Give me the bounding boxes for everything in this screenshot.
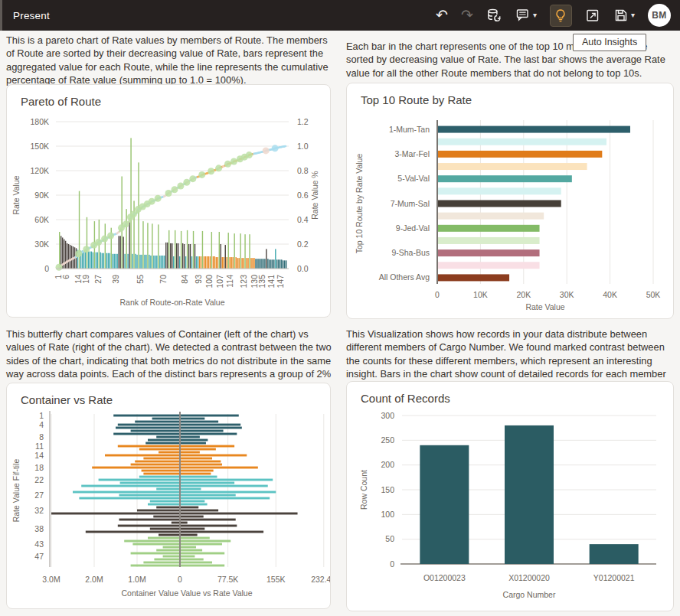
svg-text:114: 114 <box>225 275 234 288</box>
save-button[interactable]: ▾ <box>613 8 635 23</box>
undo-icon[interactable]: ↶ <box>436 8 448 22</box>
svg-text:150K: 150K <box>30 142 49 151</box>
svg-text:8: 8 <box>39 432 44 442</box>
svg-text:27: 27 <box>93 275 103 284</box>
svg-text:Rate Value %: Rate Value % <box>310 171 319 219</box>
svg-text:50: 50 <box>385 534 394 543</box>
svg-text:3.0M: 3.0M <box>42 575 60 584</box>
auto-insights-button[interactable] <box>550 5 572 27</box>
svg-text:X01200020: X01200020 <box>508 573 550 582</box>
page-title: Present <box>13 10 50 21</box>
svg-text:40K: 40K <box>603 290 617 299</box>
annotate-icon <box>515 8 531 23</box>
svg-text:0.0: 0.0 <box>297 264 309 273</box>
svg-text:39: 39 <box>111 275 120 284</box>
svg-text:180K: 180K <box>30 117 49 126</box>
svg-text:200: 200 <box>381 460 394 469</box>
svg-text:0: 0 <box>44 264 49 273</box>
svg-text:0.4: 0.4 <box>297 215 309 224</box>
svg-text:7-Mum-Sal: 7-Mum-Sal <box>391 199 430 208</box>
svg-text:14: 14 <box>34 451 44 460</box>
svg-text:47: 47 <box>34 552 44 561</box>
pareto-card: Pareto of Route 00.030K0.260K0.490K0.612… <box>6 84 331 318</box>
svg-text:0: 0 <box>435 290 440 299</box>
svg-text:0.8: 0.8 <box>297 166 309 175</box>
svg-text:150: 150 <box>381 485 394 494</box>
svg-text:107: 107 <box>215 275 224 288</box>
svg-text:120K: 120K <box>30 166 49 175</box>
svg-text:147: 147 <box>276 275 285 288</box>
svg-text:Rate Value: Rate Value <box>525 302 564 311</box>
top10-route-chart[interactable]: 010K20K30K40K50K1-Mum-Tan3-Mar-Fel5-Val-… <box>347 106 673 319</box>
svg-text:1-Mum-Tan: 1-Mum-Tan <box>389 125 430 134</box>
svg-text:19: 19 <box>81 275 90 284</box>
svg-text:100: 100 <box>204 275 214 288</box>
top10-card-title: Top 10 Route by Rate <box>347 83 673 106</box>
svg-text:1.0M: 1.0M <box>128 575 145 584</box>
svg-text:60K: 60K <box>34 215 49 224</box>
svg-text:43: 43 <box>34 539 44 549</box>
auto-insights-bulb-icon <box>554 8 567 23</box>
svg-text:30K: 30K <box>34 240 49 249</box>
svg-text:Container Value Value vs Rate: Container Value Value vs Rate Value <box>121 588 252 598</box>
svg-text:9-Sha-Bus: 9-Sha-Bus <box>391 248 430 257</box>
svg-text:20K: 20K <box>516 290 531 299</box>
svg-text:1.0: 1.0 <box>297 142 309 151</box>
svg-text:155K: 155K <box>266 575 286 584</box>
svg-text:18: 18 <box>34 463 44 472</box>
svg-text:10K: 10K <box>473 290 488 299</box>
container-vs-rate-chart[interactable]: 3.0M2.0M1.0M077.5K155K232.4K148111418222… <box>7 406 330 604</box>
svg-text:O01200023: O01200023 <box>423 573 466 582</box>
count-of-records-chart[interactable]: 050100150200250300O01200023X01200020Y012… <box>347 405 673 605</box>
svg-text:Row Count: Row Count <box>359 470 368 510</box>
svg-text:100: 100 <box>381 510 394 519</box>
svg-text:32: 32 <box>34 506 44 515</box>
open-in-window-icon[interactable] <box>585 8 600 23</box>
top10-card: Top 10 Route by Rate 010K20K30K40K50K1-M… <box>346 83 674 319</box>
svg-text:55: 55 <box>136 275 145 284</box>
svg-text:Y01200021: Y01200021 <box>593 573 635 582</box>
svg-text:50K: 50K <box>646 290 661 299</box>
svg-text:141: 141 <box>266 275 276 288</box>
svg-text:30K: 30K <box>560 290 574 299</box>
svg-text:135: 135 <box>257 275 266 288</box>
svg-text:0.6: 0.6 <box>297 191 309 200</box>
pareto-chart[interactable]: 00.030K0.260K0.490K0.6120K0.8150K1.0180K… <box>7 108 330 316</box>
svg-text:Top 10 Route by Rate Value: Top 10 Route by Rate Value <box>355 154 364 254</box>
auto-insights-tooltip: Auto Insights <box>573 34 646 51</box>
svg-text:Cargo Number: Cargo Number <box>503 590 556 599</box>
save-icon <box>613 8 629 23</box>
svg-text:0.2: 0.2 <box>297 240 309 249</box>
svg-text:77.5K: 77.5K <box>217 575 238 584</box>
svg-text:4: 4 <box>39 420 44 429</box>
svg-text:22: 22 <box>34 475 44 484</box>
svg-text:All Others Avg: All Others Avg <box>379 272 430 282</box>
redo-icon: ↷ <box>461 8 473 22</box>
data-refresh-icon[interactable] <box>486 8 502 24</box>
insight-description-pareto: This is a pareto chart of Rate values by… <box>6 34 335 86</box>
toolbar: ↶ ↷ ▾ <box>436 4 680 27</box>
svg-text:2.0M: 2.0M <box>85 575 103 584</box>
svg-text:Rate Value Fif-tile: Rate Value Fif-tile <box>11 459 21 523</box>
svg-text:Rate Value: Rate Value <box>11 175 21 214</box>
svg-text:70: 70 <box>159 275 168 284</box>
svg-text:9-Jed-Val: 9-Jed-Val <box>396 223 430 233</box>
pareto-card-title: Pareto of Route <box>7 85 330 108</box>
annotate-button[interactable]: ▾ <box>515 8 537 23</box>
svg-text:0: 0 <box>178 575 182 584</box>
svg-text:11: 11 <box>35 442 44 451</box>
save-caret-icon: ▾ <box>631 11 635 19</box>
avatar[interactable]: BM <box>648 4 671 27</box>
svg-text:0: 0 <box>390 559 394 569</box>
svg-text:93: 93 <box>194 275 203 284</box>
svg-text:300: 300 <box>381 411 394 420</box>
svg-text:Rank of Route-on-Rate Value: Rank of Route-on-Rate Value <box>120 298 225 307</box>
svg-text:250: 250 <box>381 435 394 445</box>
svg-text:232.4K: 232.4K <box>311 575 331 584</box>
app-header: Present ↶ ↷ ▾ <box>0 0 680 31</box>
count-card: Count of Records 050100150200250300O0120… <box>346 381 674 611</box>
svg-text:1.2: 1.2 <box>297 117 309 126</box>
butterfly-card: Container vs Rate 3.0M2.0M1.0M077.5K155K… <box>6 383 331 609</box>
svg-text:1: 1 <box>39 411 44 420</box>
count-card-title: Count of Records <box>347 382 673 405</box>
